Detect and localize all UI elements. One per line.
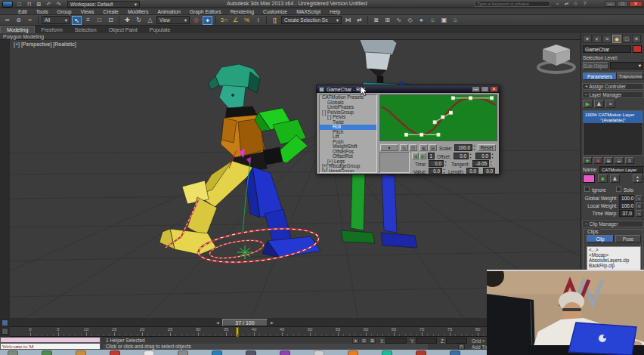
current-frame-button[interactable]: 37 / 100 bbox=[222, 319, 268, 326]
render-setup-icon[interactable]: ♨ bbox=[428, 16, 438, 25]
offset-field-a[interactable]: 0.0 bbox=[454, 153, 469, 159]
dialog-title-bar[interactable]: GameChar - Roll — □ ✕ bbox=[317, 85, 499, 93]
dock-app-icon[interactable] bbox=[76, 350, 86, 355]
curve-editor-icon[interactable]: ∿ bbox=[394, 16, 404, 25]
local-weight-curve-icon[interactable]: ∿ bbox=[636, 202, 642, 209]
paste-layer-icon[interactable]: ⊟ bbox=[615, 157, 624, 164]
menu-item[interactable]: Help bbox=[325, 9, 345, 14]
select-and-move-icon[interactable]: ✚ bbox=[122, 16, 132, 25]
tangent-spinner[interactable]: ▴▾ bbox=[489, 160, 493, 167]
menu-item[interactable]: Customize bbox=[259, 9, 292, 14]
rendered-frame-window-icon[interactable]: ▣ bbox=[439, 16, 449, 25]
setup-mode-icon[interactable]: ▶ bbox=[583, 100, 593, 108]
velocity-icon[interactable]: ∿ bbox=[400, 144, 408, 151]
dock-app-icon[interactable] bbox=[416, 350, 426, 355]
selection-lock-icon[interactable]: ⊡ bbox=[361, 338, 367, 344]
object-color-swatch[interactable] bbox=[633, 45, 642, 53]
copy-layer-icon[interactable]: ⊞ bbox=[604, 157, 613, 164]
angle-snap-icon[interactable]: ∠ bbox=[231, 16, 240, 25]
assign-controller-rollout[interactable]: + Assign Controller bbox=[582, 83, 644, 90]
layer-manager-icon[interactable]: ≣ bbox=[371, 16, 381, 25]
modify-tab-icon[interactable]: ◐ bbox=[593, 35, 602, 43]
copy-icon[interactable]: ⊞ bbox=[420, 144, 428, 151]
parameters-button[interactable]: Parameters bbox=[583, 73, 617, 80]
align-icon[interactable]: ⇄ bbox=[355, 16, 364, 25]
layer-color-swatch[interactable] bbox=[583, 174, 595, 183]
time-warp-field[interactable]: 37.0 bbox=[619, 210, 634, 217]
favorites-star-icon[interactable]: ☆ bbox=[572, 1, 579, 7]
layer-updown-icon[interactable]: ▲▼ bbox=[633, 174, 642, 183]
collapse-layer-icon[interactable]: ≡ bbox=[625, 157, 634, 164]
dialog-maximize-button[interactable]: □ bbox=[481, 86, 489, 92]
scale-spinner[interactable]: ▴▾ bbox=[472, 144, 476, 151]
viewport-label[interactable]: [+] [Perspective] [Realistic] bbox=[14, 42, 76, 47]
maxscript-mini-listener[interactable]: Welcome to M bbox=[0, 343, 101, 350]
delete-layer-icon[interactable]: ✖ bbox=[593, 157, 602, 164]
solo-checkbox[interactable] bbox=[616, 187, 621, 192]
ribbon-tab[interactable]: Selection bbox=[69, 26, 103, 33]
prev-frame-icon[interactable]: ◀ bbox=[215, 320, 221, 326]
length-field-a[interactable]: 0.0 bbox=[466, 168, 478, 174]
layer-list[interactable]: 100% CATMotion Layer "(Available)" bbox=[583, 110, 643, 156]
dock-app-icon[interactable] bbox=[42, 350, 52, 355]
select-and-rotate-icon[interactable]: ↻ bbox=[134, 16, 144, 25]
selection-filter-dropdown[interactable]: All▾ bbox=[42, 16, 70, 24]
viewcube[interactable] bbox=[538, 45, 574, 73]
render-production-icon[interactable]: ♨ bbox=[450, 16, 460, 25]
menu-item[interactable]: Group bbox=[53, 9, 76, 14]
app-logo-icon[interactable] bbox=[2, 1, 13, 8]
object-name-field[interactable] bbox=[583, 45, 631, 53]
select-and-link-icon[interactable]: ∞ bbox=[2, 16, 12, 25]
time-tag-icon[interactable]: ⊓ bbox=[458, 344, 465, 350]
curve-handles[interactable] bbox=[404, 97, 493, 136]
spinner-snap-icon[interactable]: ↕ bbox=[253, 16, 263, 25]
minimize-button[interactable]: — bbox=[605, 1, 616, 7]
dock-app-icon[interactable] bbox=[314, 350, 324, 355]
subobject-button[interactable]: Sub-Object bbox=[583, 62, 608, 69]
workspace-selector[interactable]: Workspace: Default▾ bbox=[67, 1, 140, 8]
bind-to-space-warp-icon[interactable]: ≈ bbox=[25, 16, 35, 25]
display-tab-icon[interactable]: □ bbox=[622, 35, 631, 43]
ribbon-subtab-polygon-modeling[interactable]: Polygon Modeling bbox=[0, 33, 644, 40]
offset-spinner-a[interactable]: ▴▾ bbox=[469, 153, 472, 159]
dock-app-icon[interactable] bbox=[450, 350, 460, 355]
snaps-toggle-icon[interactable]: 3∩ bbox=[219, 16, 229, 25]
unlink-selection-icon[interactable]: ⊘ bbox=[14, 16, 23, 25]
global-weight-field[interactable]: 100.0 bbox=[619, 195, 634, 202]
ribbon-tab[interactable]: Populate bbox=[144, 26, 177, 33]
scale-field[interactable]: 100.0 bbox=[454, 144, 472, 151]
roll-curve-graph[interactable] bbox=[379, 94, 497, 141]
subobject-dropdown[interactable]: ▾ bbox=[610, 62, 643, 69]
select-and-manipulate-icon[interactable]: ✦ bbox=[203, 16, 212, 25]
menu-item[interactable]: Create bbox=[99, 9, 123, 14]
ribbon-tab[interactable]: Object Paint bbox=[103, 26, 144, 33]
tangent-field[interactable]: -0.05 bbox=[472, 160, 489, 167]
trajectories-button[interactable]: Trajectories bbox=[618, 73, 643, 80]
dock-app-icon[interactable] bbox=[8, 350, 18, 355]
menu-item[interactable]: Graph Editors bbox=[185, 9, 226, 14]
clip-manager-rollout[interactable]: − Clip Manager bbox=[582, 221, 644, 227]
layer-name-field[interactable] bbox=[599, 166, 643, 173]
dock-app-icon[interactable] bbox=[246, 350, 256, 355]
dock-app-icon[interactable] bbox=[382, 350, 392, 355]
utilities-tab-icon[interactable]: ✶ bbox=[632, 35, 641, 43]
roll-curve[interactable] bbox=[382, 98, 496, 135]
value-field[interactable]: 0.0 bbox=[429, 168, 442, 174]
menu-item[interactable]: Tools bbox=[32, 9, 53, 14]
clip-list-item[interactable]: <Mocap> bbox=[587, 252, 640, 258]
dock-app-icon[interactable] bbox=[280, 350, 290, 355]
select-and-scale-icon[interactable]: △ bbox=[145, 16, 155, 25]
dock-app-icon[interactable] bbox=[212, 350, 222, 355]
menu-item[interactable]: Animation bbox=[153, 9, 184, 14]
motion-tab-icon[interactable]: ◉ bbox=[612, 35, 621, 43]
tree-item[interactable]: [+] HeadGroup bbox=[320, 169, 376, 174]
mini-listener-icon[interactable] bbox=[2, 320, 8, 326]
ignore-checkbox[interactable] bbox=[584, 187, 590, 192]
time-spinner[interactable]: ▴▾ bbox=[444, 160, 447, 167]
local-weight-field[interactable]: 100.0 bbox=[619, 202, 634, 209]
animation-mode-icon[interactable]: ♟ bbox=[594, 100, 604, 108]
layer-manager-rollout[interactable]: − Layer Manager bbox=[582, 91, 644, 98]
schematic-view-icon[interactable]: ◇ bbox=[405, 16, 415, 25]
open-file-icon[interactable]: ⊓ bbox=[25, 1, 33, 8]
dock-app-icon[interactable] bbox=[348, 350, 358, 355]
